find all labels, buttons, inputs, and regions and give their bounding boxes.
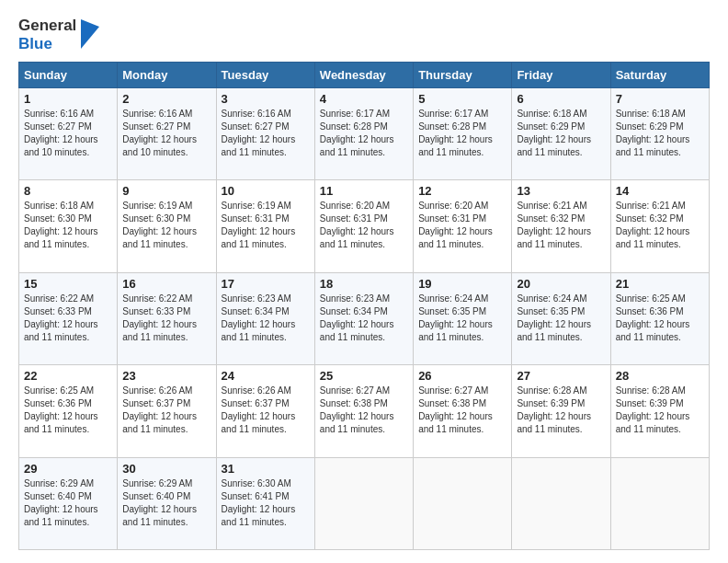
calendar-cell: 3 Sunrise: 6:16 AMSunset: 6:27 PMDayligh…	[216, 88, 314, 180]
calendar-cell	[512, 457, 610, 549]
day-info: Sunrise: 6:29 AMSunset: 6:40 PMDaylight:…	[24, 478, 98, 527]
calendar-cell: 28 Sunrise: 6:28 AMSunset: 6:39 PMDaylig…	[610, 365, 709, 457]
day-info: Sunrise: 6:24 AMSunset: 6:35 PMDaylight:…	[418, 293, 493, 342]
day-header-monday: Monday	[118, 63, 216, 88]
calendar-cell: 2 Sunrise: 6:16 AMSunset: 6:27 PMDayligh…	[118, 88, 216, 180]
calendar-cell	[314, 457, 413, 549]
day-info: Sunrise: 6:17 AMSunset: 6:28 PMDaylight:…	[418, 109, 493, 157]
day-number: 31	[222, 462, 310, 476]
day-number: 5	[418, 92, 506, 106]
day-info: Sunrise: 6:24 AMSunset: 6:35 PMDaylight:…	[517, 293, 591, 342]
calendar-table: SundayMondayTuesdayWednesdayThursdayFrid…	[18, 62, 710, 550]
calendar-cell: 26 Sunrise: 6:27 AMSunset: 6:38 PMDaylig…	[414, 365, 512, 457]
day-number: 13	[517, 184, 605, 198]
page: General Blue SundayMondayTuesdayWednesda…	[0, 0, 728, 563]
day-number: 21	[616, 277, 704, 291]
calendar-cell: 24 Sunrise: 6:26 AMSunset: 6:37 PMDaylig…	[216, 365, 314, 457]
day-number: 11	[320, 184, 408, 198]
day-number: 24	[222, 369, 310, 383]
day-header-saturday: Saturday	[610, 63, 709, 88]
day-header-friday: Friday	[512, 63, 610, 88]
day-header-thursday: Thursday	[414, 63, 512, 88]
day-number: 25	[320, 369, 408, 383]
day-info: Sunrise: 6:27 AMSunset: 6:38 PMDaylight:…	[320, 385, 394, 434]
calendar-cell: 4 Sunrise: 6:17 AMSunset: 6:28 PMDayligh…	[314, 88, 413, 180]
day-info: Sunrise: 6:20 AMSunset: 6:31 PMDaylight:…	[320, 201, 394, 249]
day-number: 9	[122, 184, 210, 198]
calendar-cell: 16 Sunrise: 6:22 AMSunset: 6:33 PMDaylig…	[118, 272, 216, 364]
calendar-cell: 15 Sunrise: 6:22 AMSunset: 6:33 PMDaylig…	[19, 272, 118, 364]
calendar-cell: 21 Sunrise: 6:25 AMSunset: 6:36 PMDaylig…	[610, 272, 709, 364]
calendar-cell: 10 Sunrise: 6:19 AMSunset: 6:31 PMDaylig…	[216, 180, 314, 272]
calendar-cell: 25 Sunrise: 6:27 AMSunset: 6:38 PMDaylig…	[314, 365, 413, 457]
calendar-cell: 23 Sunrise: 6:26 AMSunset: 6:37 PMDaylig…	[118, 365, 216, 457]
day-number: 3	[222, 92, 310, 106]
day-number: 17	[222, 277, 310, 291]
day-number: 23	[122, 369, 210, 383]
calendar-cell: 31 Sunrise: 6:30 AMSunset: 6:41 PMDaylig…	[216, 457, 314, 549]
logo-wordmark: General Blue	[18, 17, 76, 52]
day-number: 29	[24, 462, 112, 476]
calendar-cell: 6 Sunrise: 6:18 AMSunset: 6:29 PMDayligh…	[512, 88, 610, 180]
day-info: Sunrise: 6:17 AMSunset: 6:28 PMDaylight:…	[320, 109, 394, 157]
day-info: Sunrise: 6:28 AMSunset: 6:39 PMDaylight:…	[517, 385, 591, 434]
calendar-cell: 18 Sunrise: 6:23 AMSunset: 6:34 PMDaylig…	[314, 272, 413, 364]
calendar-cell: 20 Sunrise: 6:24 AMSunset: 6:35 PMDaylig…	[512, 272, 610, 364]
calendar-cell: 14 Sunrise: 6:21 AMSunset: 6:32 PMDaylig…	[610, 180, 709, 272]
day-info: Sunrise: 6:20 AMSunset: 6:31 PMDaylight:…	[418, 201, 493, 249]
day-info: Sunrise: 6:25 AMSunset: 6:36 PMDaylight:…	[616, 293, 690, 342]
day-header-wednesday: Wednesday	[314, 63, 413, 88]
logo: General Blue	[18, 17, 99, 52]
calendar-cell: 22 Sunrise: 6:25 AMSunset: 6:36 PMDaylig…	[19, 365, 118, 457]
day-number: 28	[616, 369, 704, 383]
logo-blue: Blue	[18, 35, 52, 52]
calendar-cell: 9 Sunrise: 6:19 AMSunset: 6:30 PMDayligh…	[118, 180, 216, 272]
day-info: Sunrise: 6:18 AMSunset: 6:29 PMDaylight:…	[517, 109, 591, 157]
day-info: Sunrise: 6:16 AMSunset: 6:27 PMDaylight:…	[122, 109, 197, 157]
logo-general: General	[18, 17, 76, 34]
day-number: 15	[24, 277, 112, 291]
calendar-cell: 7 Sunrise: 6:18 AMSunset: 6:29 PMDayligh…	[610, 88, 709, 180]
day-number: 26	[418, 369, 506, 383]
calendar-cell: 8 Sunrise: 6:18 AMSunset: 6:30 PMDayligh…	[19, 180, 118, 272]
day-info: Sunrise: 6:21 AMSunset: 6:32 PMDaylight:…	[616, 201, 690, 249]
day-number: 10	[222, 184, 310, 198]
day-number: 7	[616, 92, 704, 106]
calendar-cell: 30 Sunrise: 6:29 AMSunset: 6:40 PMDaylig…	[118, 457, 216, 549]
calendar-cell	[610, 457, 709, 549]
day-info: Sunrise: 6:18 AMSunset: 6:30 PMDaylight:…	[24, 201, 98, 249]
day-number: 4	[320, 92, 408, 106]
day-header-sunday: Sunday	[19, 63, 118, 88]
svg-marker-0	[81, 19, 99, 49]
calendar-cell: 29 Sunrise: 6:29 AMSunset: 6:40 PMDaylig…	[19, 457, 118, 549]
day-number: 2	[122, 92, 210, 106]
day-number: 14	[616, 184, 704, 198]
calendar-cell: 17 Sunrise: 6:23 AMSunset: 6:34 PMDaylig…	[216, 272, 314, 364]
day-number: 16	[122, 277, 210, 291]
day-info: Sunrise: 6:22 AMSunset: 6:33 PMDaylight:…	[24, 293, 98, 342]
day-info: Sunrise: 6:23 AMSunset: 6:34 PMDaylight:…	[222, 293, 296, 342]
day-number: 20	[517, 277, 605, 291]
day-number: 19	[418, 277, 506, 291]
day-number: 22	[24, 369, 112, 383]
day-info: Sunrise: 6:16 AMSunset: 6:27 PMDaylight:…	[24, 109, 98, 157]
day-info: Sunrise: 6:25 AMSunset: 6:36 PMDaylight:…	[24, 385, 98, 434]
day-info: Sunrise: 6:26 AMSunset: 6:37 PMDaylight:…	[222, 385, 296, 434]
day-info: Sunrise: 6:23 AMSunset: 6:34 PMDaylight:…	[320, 293, 394, 342]
day-number: 12	[418, 184, 506, 198]
calendar-cell: 12 Sunrise: 6:20 AMSunset: 6:31 PMDaylig…	[414, 180, 512, 272]
day-header-tuesday: Tuesday	[216, 63, 314, 88]
day-info: Sunrise: 6:19 AMSunset: 6:30 PMDaylight:…	[122, 201, 197, 249]
calendar-cell	[414, 457, 512, 549]
day-info: Sunrise: 6:29 AMSunset: 6:40 PMDaylight:…	[122, 478, 197, 527]
day-info: Sunrise: 6:22 AMSunset: 6:33 PMDaylight:…	[122, 293, 197, 342]
day-number: 8	[24, 184, 112, 198]
day-info: Sunrise: 6:16 AMSunset: 6:27 PMDaylight:…	[222, 109, 296, 157]
day-info: Sunrise: 6:30 AMSunset: 6:41 PMDaylight:…	[222, 478, 296, 527]
day-number: 1	[24, 92, 112, 106]
day-info: Sunrise: 6:21 AMSunset: 6:32 PMDaylight:…	[517, 201, 591, 249]
day-info: Sunrise: 6:18 AMSunset: 6:29 PMDaylight:…	[616, 109, 690, 157]
logo-triangle	[79, 19, 99, 52]
day-number: 30	[122, 462, 210, 476]
calendar-cell: 13 Sunrise: 6:21 AMSunset: 6:32 PMDaylig…	[512, 180, 610, 272]
